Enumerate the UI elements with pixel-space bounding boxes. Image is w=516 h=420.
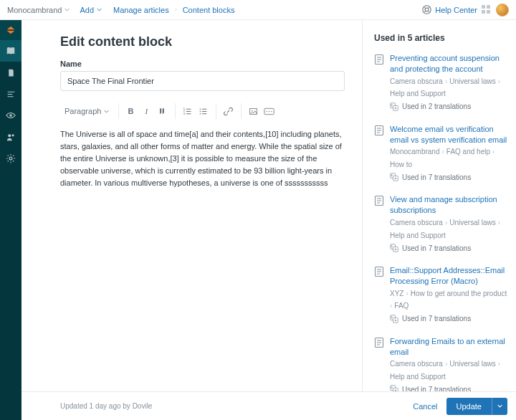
brand-name: Monocambrand	[7, 6, 62, 14]
image-button[interactable]	[245, 103, 261, 119]
article-title-link[interactable]: Welcome email vs verification email vs s…	[390, 124, 507, 145]
article-translations: Used in 7 translations	[390, 244, 507, 252]
document-icon	[374, 195, 384, 206]
crumb: Universal laws	[449, 359, 495, 370]
gear-icon	[6, 153, 16, 163]
link-icon	[224, 107, 233, 116]
quote-icon	[158, 107, 166, 115]
document-icon	[6, 68, 16, 77]
nav-item-arrange[interactable]	[0, 83, 22, 105]
paragraph-dropdown[interactable]: Paragraph	[60, 103, 113, 119]
article-breadcrumb: Camera obscura›Universal laws›Help and S…	[390, 77, 507, 100]
update-button[interactable]: Update	[446, 398, 492, 415]
svg-point-9	[200, 108, 201, 110]
list-ol-icon: 123	[183, 107, 192, 116]
article-item: View and manage subscription subscriptio…	[374, 194, 507, 252]
breadcrumb-manage-articles[interactable]: Manage articles	[113, 6, 169, 14]
crumb: Help and Support	[390, 231, 446, 242]
ordered-list-button[interactable]: 123	[179, 103, 195, 119]
brand-selector[interactable]: Monocambrand	[7, 6, 70, 14]
paragraph-label: Paragraph	[64, 107, 101, 115]
editor-column: Edit content block Name Paragraph B I	[22, 20, 362, 391]
book-open-icon	[6, 46, 16, 56]
chevron-right-icon: ›	[441, 147, 444, 158]
blockquote-button[interactable]	[154, 103, 170, 119]
cancel-button[interactable]: Cancel	[404, 398, 446, 415]
crumb: Camera obscura	[390, 359, 443, 370]
embed-icon	[264, 108, 274, 115]
article-item: Email::Support Addresses::Email Processi…	[374, 265, 507, 323]
name-label: Name	[60, 59, 345, 68]
document-icon	[374, 125, 384, 136]
crumb: FAQ	[394, 301, 408, 312]
article-breadcrumb: Camera obscura›Universal laws›Help and S…	[390, 218, 507, 241]
chevron-down-icon	[97, 8, 102, 11]
chevron-right-icon: ›	[390, 301, 392, 312]
usage-panel-heading: Used in 5 articles	[374, 33, 507, 43]
article-breadcrumb: Camera obscura›Universal laws›Help and S…	[390, 359, 507, 382]
chevron-right-icon: ›	[492, 147, 494, 158]
nav-item-preview[interactable]	[0, 105, 22, 126]
article-item: Welcome email vs verification email vs s…	[374, 124, 507, 182]
document-icon	[374, 266, 384, 277]
help-center-link[interactable]: Help Center	[422, 5, 477, 14]
chevron-right-icon: ›	[498, 218, 500, 229]
svg-point-5	[9, 157, 12, 160]
crumb: Universal laws	[449, 77, 495, 87]
article-title-link[interactable]: Email::Support Addresses::Email Processi…	[390, 265, 507, 287]
crumb: How to	[390, 160, 412, 171]
chevron-right-icon: ›	[498, 359, 500, 370]
breadcrumb-content-blocks[interactable]: Content blocks	[183, 6, 235, 14]
italic-button[interactable]: I	[138, 103, 154, 119]
article-translations: Used in 2 translations	[390, 102, 507, 111]
svg-point-16	[269, 110, 269, 111]
article-title-link[interactable]: Preventing account suspension and protec…	[390, 53, 507, 75]
chevron-right-icon: ›	[445, 77, 447, 87]
article-translations: Used in 7 translations	[390, 173, 507, 181]
usage-panel: Used in 5 articles Preventing account su…	[362, 20, 516, 391]
embed-button[interactable]	[261, 103, 277, 119]
editor-body[interactable]: The Universe is all of space and time[a]…	[60, 128, 345, 189]
crumb: Help and Support	[390, 89, 446, 100]
crumb: Camera obscura	[390, 218, 443, 229]
article-title-link[interactable]: View and manage subscription subscriptio…	[390, 194, 507, 216]
sidebar	[0, 20, 22, 420]
document-icon	[374, 337, 384, 348]
svg-point-10	[200, 110, 201, 112]
crumb: Monocambrand	[390, 147, 439, 158]
article-breadcrumb: Monocambrand›FAQ and help›How to	[390, 147, 507, 170]
chevron-right-icon	[173, 8, 178, 11]
unordered-list-button[interactable]	[195, 103, 211, 119]
svg-point-11	[200, 113, 201, 114]
nav-item-knowledge[interactable]	[0, 40, 22, 62]
svg-point-15	[266, 110, 267, 111]
article-translations: Used in 7 translations	[390, 385, 507, 391]
nav-item-settings[interactable]	[0, 148, 22, 169]
list-ul-icon	[199, 107, 208, 116]
svg-text:3: 3	[183, 111, 186, 115]
lines-icon	[6, 90, 16, 99]
name-input[interactable]	[60, 71, 345, 91]
chevron-down-icon	[104, 110, 109, 113]
svg-point-17	[271, 110, 272, 111]
add-dropdown[interactable]: Add	[80, 6, 102, 14]
apps-grid-icon[interactable]	[482, 5, 492, 15]
chevron-down-icon	[497, 404, 502, 408]
user-avatar[interactable]	[496, 4, 509, 16]
chevron-right-icon: ›	[445, 359, 447, 370]
chevron-down-icon	[64, 8, 70, 11]
nav-item-users[interactable]	[0, 126, 22, 148]
image-icon	[249, 107, 258, 116]
crumb: Camera obscura	[390, 77, 443, 87]
bold-button[interactable]: B	[123, 103, 138, 119]
document-icon	[374, 54, 384, 65]
eye-icon	[6, 110, 16, 120]
add-label: Add	[80, 6, 94, 14]
svg-point-13	[252, 110, 253, 111]
crumb: FAQ and help	[446, 147, 490, 158]
update-dropdown[interactable]	[492, 398, 507, 415]
nav-item-articles[interactable]	[0, 62, 22, 83]
link-button[interactable]	[220, 103, 236, 119]
article-title-link[interactable]: Forwarding Emails to an external email	[390, 336, 507, 358]
product-logo[interactable]	[0, 20, 22, 40]
